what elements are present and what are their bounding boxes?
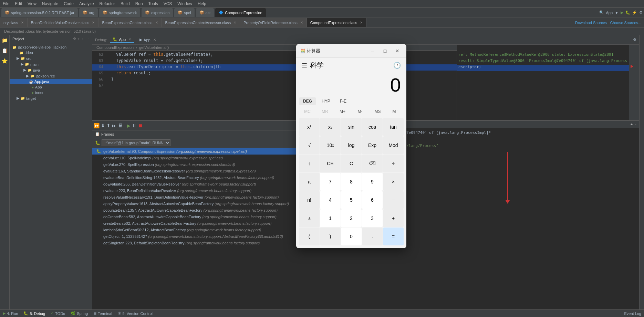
path-expression[interactable]: 📦 expression [142, 8, 173, 17]
path-spel[interactable]: 📦 spel [174, 8, 194, 17]
calc-6-button[interactable]: 6 [362, 191, 383, 209]
menu-file[interactable]: File [3, 1, 9, 6]
calc-mode-deg[interactable]: DEG [299, 97, 316, 105]
close-ctx-tab[interactable]: ✕ [155, 21, 158, 24]
calc-mode-hyp[interactable]: HYP [318, 97, 334, 105]
calc-c-button[interactable]: C [341, 155, 362, 172]
status-event-log[interactable]: Event Log [624, 311, 641, 316]
calc-0-button[interactable]: 0 [341, 228, 362, 245]
menu-edit[interactable]: Edit [15, 1, 22, 6]
calc-8-button[interactable]: 8 [341, 173, 362, 191]
tree-item-app[interactable]: ● App [10, 84, 92, 90]
calc-7-button[interactable]: 7 [320, 173, 341, 191]
close-ory-tab[interactable]: ✕ [21, 21, 24, 24]
calc-mode-fe[interactable]: F-E [336, 97, 351, 105]
menu-vcs[interactable]: VCS [164, 1, 172, 6]
status-terminal[interactable]: ⊞ Terminal [93, 311, 112, 316]
tree-item-main[interactable]: ▶ 📁 main [10, 61, 92, 67]
calc-1-button[interactable]: 1 [320, 209, 341, 227]
evaluate-icon[interactable]: 🖩 [118, 123, 123, 128]
tree-item-src[interactable]: ▶ 📁 src [10, 55, 92, 61]
calc-xy-button[interactable]: xy [320, 118, 341, 136]
calc-factorial-button[interactable]: n! [299, 191, 320, 209]
close-debug1[interactable]: ✕ [128, 38, 131, 41]
var-item-3[interactable]: ▶ tor = "Ljava/lang/Process" [371, 142, 639, 149]
calc-divide-button[interactable]: ÷ [383, 155, 404, 172]
tab-compound[interactable]: CompoundExpression.class ✕ [307, 18, 366, 28]
calc-shift-button[interactable]: ↑ [299, 155, 320, 172]
add-watch-icon[interactable]: + [631, 122, 633, 126]
project-jar-tab[interactable]: 📦 spring-expression-5.0.2.RELEASE.jar [1, 8, 78, 17]
tree-item-jackson[interactable]: 📁 jackson-rce-via-spel [jackson [10, 44, 92, 50]
menu-navigate[interactable]: Navigate [42, 1, 58, 6]
class-breadcrumb[interactable]: CompoundExpression [96, 45, 134, 50]
calc-backspace-button[interactable]: ⌫ [362, 155, 383, 172]
tree-item-appjava[interactable]: ☕ App.java [10, 79, 92, 84]
tab-ory[interactable]: ory.class ✕ [0, 18, 28, 28]
menu-window[interactable]: Window [177, 1, 192, 6]
run-button[interactable]: ▶ [621, 10, 623, 15]
calc-mminus-button[interactable]: M- [352, 107, 368, 116]
tree-item-jackson-rce[interactable]: ▶ 📁 jackson.rce [10, 73, 92, 79]
calc-3-button[interactable]: 3 [362, 209, 383, 227]
favorites-icon[interactable]: ⭐ [1, 57, 9, 65]
calc-tan-button[interactable]: tan [383, 118, 404, 136]
status-debug[interactable]: 🐛 5: Debug [23, 311, 45, 316]
close-prop-tab[interactable]: ✕ [300, 21, 303, 24]
calc-minimize-button[interactable]: ─ [368, 46, 377, 56]
debug-settings-icon[interactable]: ⚙ [633, 38, 636, 42]
tree-item-inner[interactable]: ● inner [10, 90, 92, 95]
step-over-icon[interactable]: ⏩ [94, 123, 100, 128]
menu-refactor[interactable]: Refactor [100, 1, 115, 6]
calc-decimal-button[interactable]: . [362, 228, 383, 245]
project-icon[interactable]: 📁 [1, 36, 9, 44]
calc-closeparen-button[interactable]: ) [320, 228, 341, 245]
resume-icon[interactable]: ▶ [127, 123, 131, 128]
step-out-icon[interactable]: ⬆ [106, 123, 111, 128]
var-item-2[interactable]: ▶ nce@2898} [371, 136, 639, 142]
download-sources[interactable]: Download Sources Choose Sources... [572, 21, 644, 25]
search-icon[interactable]: 🔍 [599, 10, 604, 15]
calc-sin-button[interactable]: sin [341, 118, 362, 136]
path-org[interactable]: 📦 org [79, 8, 98, 17]
calc-hamburger-icon[interactable]: ☰ [302, 62, 307, 69]
menu-code[interactable]: Code [64, 1, 74, 6]
pause-icon[interactable]: ⏸ [132, 123, 137, 128]
calc-ms-button[interactable]: MS [369, 107, 386, 116]
calc-10x-button[interactable]: 10x [320, 136, 341, 154]
calc-exp-button[interactable]: Exp [362, 136, 383, 154]
calc-9-button[interactable]: 9 [362, 173, 383, 191]
calc-sqrt-button[interactable]: √ [299, 136, 320, 154]
calc-4-button[interactable]: 4 [320, 191, 341, 209]
menu-run[interactable]: Run [135, 1, 143, 6]
tab-bean-ctx-accessor[interactable]: BeanExpressionContextAccessor.class ✕ [162, 18, 240, 28]
status-vcs[interactable]: ⑨ 9: Version Control [118, 311, 153, 316]
status-todo[interactable]: ✓ TODo [51, 311, 65, 316]
tab-property-field[interactable]: PropertyOrFieldReference.class ✕ [240, 18, 307, 28]
method-breadcrumb[interactable]: getValueInternal() [139, 45, 169, 50]
calc-ce-button[interactable]: CE [320, 155, 341, 172]
tab-bean-resolver[interactable]: BeanDefinitionValueResolver.class ✕ [28, 18, 99, 28]
calc-multiply-button[interactable]: × [383, 173, 404, 191]
calc-mup-button[interactable]: M↑ [387, 107, 404, 116]
close-compound-tab[interactable]: ✕ [360, 21, 363, 24]
close-bean-tab[interactable]: ✕ [92, 21, 95, 24]
close-accessor-tab[interactable]: ✕ [233, 21, 236, 24]
menu-help[interactable]: Help [198, 1, 206, 6]
run-to-cursor-icon[interactable]: ⏭ [112, 123, 117, 128]
dropdown-icon[interactable]: ▼ [615, 11, 619, 15]
path-springframework[interactable]: 📦 springframework [99, 8, 140, 17]
calc-history-icon[interactable]: 🕐 [393, 62, 401, 69]
stop-icon[interactable]: ⏹ [138, 123, 143, 128]
debug-button[interactable]: 🐛 [625, 10, 630, 15]
var-item-1[interactable]: ▶ ProcessImpl@7e094740' of [java.lang.Pr… [371, 129, 639, 136]
calc-minus-button[interactable]: − [383, 191, 404, 209]
path-compound[interactable]: 🔷 CompoundExpression [215, 8, 266, 17]
calc-openparen-button[interactable]: ( [299, 228, 320, 245]
sidebar-controls[interactable]: ⚙ ＋ ← → [73, 36, 89, 41]
build-button[interactable]: ⚡ [632, 10, 637, 15]
status-spring[interactable]: 🌿 Spring [71, 311, 88, 316]
tree-item-target[interactable]: ▶ 📁 target [10, 95, 92, 101]
calc-close-button[interactable]: ✕ [393, 46, 402, 56]
tab-bean-ctx[interactable]: BeanExpressionContext.class ✕ [98, 18, 162, 28]
